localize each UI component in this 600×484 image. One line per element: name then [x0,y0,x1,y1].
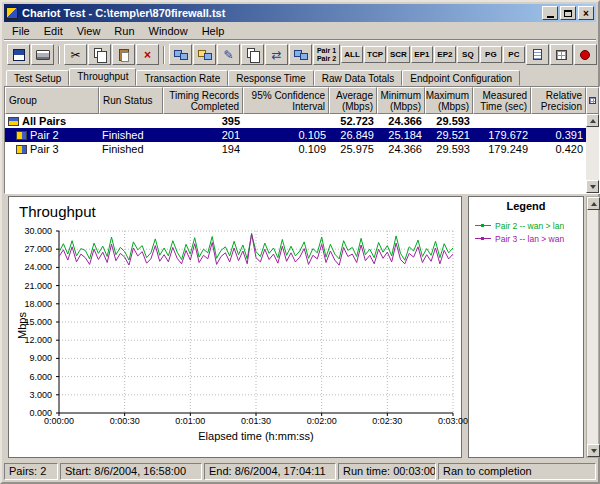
filter-pc-button[interactable]: PC [503,46,525,63]
connect-endpoints-button[interactable] [289,44,312,65]
paste-button[interactable] [112,44,135,65]
y-tick-label: 24.000 [9,262,55,272]
copy-button[interactable] [88,44,111,65]
cell-maximum: 29.593 [425,143,473,155]
header-minimum[interactable]: Minimum (Mbps) [377,87,425,114]
scroll-up-button[interactable] [587,197,600,210]
add-group-button[interactable] [193,44,216,65]
close-button[interactable]: × [578,6,594,20]
filter-sq-button[interactable]: SQ [457,46,479,63]
pair-filter-button[interactable]: Pair 1 Pair 2 [313,44,340,65]
legend-label: Pair 3 -- lan > wan [495,234,564,244]
maximize-icon [564,10,572,17]
tab-response-time[interactable]: Response Time [228,70,313,86]
stop-run-button[interactable] [574,44,597,65]
menu-help[interactable]: Help [195,23,232,39]
print-button[interactable] [31,44,54,65]
header-timing-records[interactable]: Timing Records Completed [163,87,243,114]
cell-precision: 0.420 [531,143,586,155]
menu-file[interactable]: File [5,23,37,39]
swap-endpoints-icon: ⇄ [271,49,281,61]
title-bar[interactable]: Chariot Test - C:\temp\er\870firewall.ts… [4,4,596,22]
tab-bar: Test Setup Throughput Transaction Rate R… [4,68,596,86]
delete-button[interactable]: × [136,44,159,65]
table-row[interactable]: All Pairs39552.72324.36629.593 [5,114,586,128]
minimize-button[interactable] [542,6,558,20]
legend-title: Legend [469,197,583,212]
menu-run[interactable]: Run [107,23,141,39]
header-precision[interactable]: Relative Precision [531,87,586,114]
app-window: Chariot Test - C:\temp\er\870firewall.ts… [0,0,600,484]
scroll-down-button[interactable] [587,444,600,457]
lower-pane-scrollbar[interactable] [586,196,599,458]
save-button[interactable] [7,44,30,65]
header-measured-time[interactable]: Measured Time (sec) [473,87,531,114]
arrow-down-icon [591,449,597,456]
tab-test-setup[interactable]: Test Setup [6,70,69,86]
edit-pair-icon: ✎ [223,49,233,61]
filter-all-button[interactable]: ALL [341,46,363,63]
cell-average: 26.849 [329,129,377,141]
menu-edit[interactable]: Edit [37,23,70,39]
legend-entry: Pair 2 -- wan > lan [475,219,580,232]
header-average[interactable]: Average (Mbps) [329,87,377,114]
table-row[interactable]: Pair 3Finished1940.10925.97524.36629.593… [5,142,586,156]
cell-confidence: 0.105 [243,129,329,141]
filter-ep2-button[interactable]: EP2 [434,46,456,63]
data-grid-icon [556,50,567,60]
tab-endpoint-configuration[interactable]: Endpoint Configuration [402,70,520,86]
cell-measured-time: 179.672 [473,129,531,141]
header-run-status[interactable]: Run Status [99,87,163,114]
legend-entry: Pair 3 -- lan > wan [475,232,580,245]
cell-confidence: 0.109 [243,143,329,155]
y-axis-ticks: 30.00027.00024.00021.00018.00015.00012.0… [9,231,55,413]
tab-raw-data-totals[interactable]: Raw Data Totals [314,70,403,86]
print-icon [36,50,50,60]
cell-run-status: Finished [99,129,163,141]
edit-pair-button[interactable]: ✎ [217,44,240,65]
cell-maximum: 29.521 [425,129,473,141]
x-tick-label: 0:02:30 [365,416,409,426]
window-title: Chariot Test - C:\temp\er\870firewall.ts… [22,7,542,19]
header-confidence[interactable]: 95% Confidence Interval [243,87,329,114]
filter-ep1-button[interactable]: EP1 [411,46,433,63]
app-icon [6,7,18,19]
add-pair-button[interactable] [169,44,192,65]
x-axis-ticks: 0:00:000:00:300:01:000:01:300:02:000:02:… [59,416,453,426]
data-grid-button[interactable] [550,44,573,65]
scroll-down-button[interactable] [586,180,599,193]
maximize-button[interactable] [560,6,576,20]
table-row[interactable]: Pair 2Finished2010.10526.84925.18429.521… [5,128,586,142]
column-options-icon [589,97,596,104]
y-tick-label: 30.000 [9,226,55,236]
tab-transaction-rate[interactable]: Transaction Rate [136,70,228,86]
pair-icon [16,131,27,140]
menu-bar: File Edit View Run Window Help [4,22,596,40]
table-header: Group Run Status Timing Records Complete… [5,87,586,114]
cell-timing-records: 201 [163,129,243,141]
save-icon [13,49,25,61]
status-bar: Pairs: 2 Start: 8/6/2004, 16:58:00 End: … [4,461,596,480]
arrow-down-icon [590,185,596,192]
filter-pg-button[interactable]: PG [480,46,502,63]
scroll-up-button[interactable] [586,114,599,127]
header-maximum[interactable]: Maximum (Mbps) [425,87,473,114]
header-group[interactable]: Group [5,87,99,114]
menu-window[interactable]: Window [142,23,195,39]
x-tick-label: 0:00:30 [103,416,147,426]
minimize-icon [547,16,554,18]
copy-pair-button[interactable] [241,44,264,65]
column-options-button[interactable] [586,87,599,114]
filter-scr-button[interactable]: SCR [387,46,410,63]
table-scrollbar[interactable] [586,114,599,193]
y-tick-label: 9.000 [9,353,55,363]
menu-view[interactable]: View [70,23,108,39]
x-tick-label: 0:01:30 [234,416,278,426]
swap-endpoints-button[interactable]: ⇄ [265,44,288,65]
y-tick-label: 27.000 [9,244,55,254]
cut-button[interactable]: ✂ [64,44,87,65]
filter-tcp-button[interactable]: TCP [364,46,386,63]
tab-throughput[interactable]: Throughput [69,68,136,86]
cut-icon: ✂ [70,49,80,61]
report-button[interactable] [526,44,549,65]
